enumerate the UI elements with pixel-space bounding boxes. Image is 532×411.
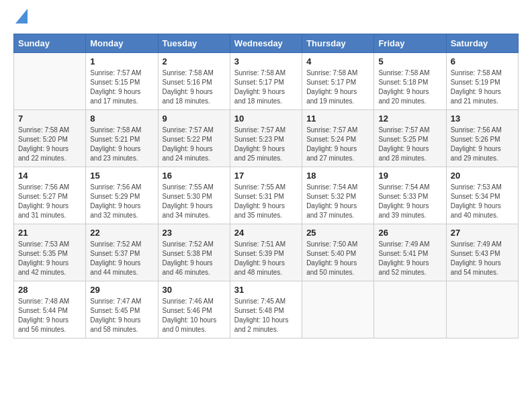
- day-info: Sunrise: 7:48 AMSunset: 5:44 PMDaylight:…: [18, 297, 81, 334]
- calendar-cell: 22Sunrise: 7:52 AMSunset: 5:37 PMDayligh…: [86, 224, 158, 281]
- calendar-cell: [446, 281, 518, 338]
- calendar-cell: 20Sunrise: 7:53 AMSunset: 5:34 PMDayligh…: [446, 167, 518, 224]
- day-number: 22: [90, 228, 153, 238]
- calendar-header-row: SundayMondayTuesdayWednesdayThursdayFrid…: [14, 34, 519, 52]
- svg-marker-0: [15, 9, 28, 24]
- column-header-sunday: Sunday: [14, 34, 86, 52]
- day-info: Sunrise: 7:52 AMSunset: 5:38 PMDaylight:…: [163, 240, 226, 277]
- day-number: 4: [306, 56, 369, 66]
- day-number: 19: [378, 171, 441, 181]
- day-number: 30: [163, 285, 226, 295]
- day-info: Sunrise: 7:52 AMSunset: 5:37 PMDaylight:…: [90, 240, 153, 277]
- day-number: 31: [234, 285, 298, 295]
- calendar-cell: [374, 281, 446, 338]
- calendar-cell: 24Sunrise: 7:51 AMSunset: 5:39 PMDayligh…: [230, 224, 302, 281]
- calendar-cell: 30Sunrise: 7:46 AMSunset: 5:46 PMDayligh…: [158, 281, 230, 338]
- day-number: 29: [90, 285, 153, 295]
- day-info: Sunrise: 7:55 AMSunset: 5:31 PMDaylight:…: [234, 183, 298, 220]
- calendar-cell: 5Sunrise: 7:58 AMSunset: 5:18 PMDaylight…: [374, 52, 446, 109]
- page-header: [13, 13, 519, 27]
- day-number: 10: [234, 113, 298, 124]
- day-number: 9: [163, 113, 226, 124]
- calendar-cell: [14, 52, 86, 109]
- day-info: Sunrise: 7:53 AMSunset: 5:35 PMDaylight:…: [18, 240, 81, 277]
- calendar-cell: 11Sunrise: 7:57 AMSunset: 5:24 PMDayligh…: [302, 109, 374, 167]
- calendar-cell: 13Sunrise: 7:56 AMSunset: 5:26 PMDayligh…: [446, 109, 518, 167]
- day-number: 2: [163, 56, 226, 66]
- calendar-cell: 3Sunrise: 7:58 AMSunset: 5:17 PMDaylight…: [230, 52, 302, 109]
- column-header-wednesday: Wednesday: [230, 34, 302, 52]
- day-info: Sunrise: 7:49 AMSunset: 5:41 PMDaylight:…: [378, 240, 441, 277]
- calendar-cell: 8Sunrise: 7:58 AMSunset: 5:21 PMDaylight…: [86, 109, 158, 167]
- day-number: 6: [451, 56, 514, 66]
- day-number: 5: [378, 56, 441, 66]
- day-number: 12: [378, 113, 441, 124]
- calendar-cell: 9Sunrise: 7:57 AMSunset: 5:22 PMDaylight…: [158, 109, 230, 167]
- calendar-cell: 21Sunrise: 7:53 AMSunset: 5:35 PMDayligh…: [14, 224, 86, 281]
- calendar-cell: 6Sunrise: 7:58 AMSunset: 5:19 PMDaylight…: [446, 52, 518, 109]
- day-info: Sunrise: 7:54 AMSunset: 5:33 PMDaylight:…: [378, 183, 441, 220]
- day-number: 1: [90, 56, 153, 66]
- day-number: 11: [306, 113, 369, 124]
- calendar-cell: 27Sunrise: 7:49 AMSunset: 5:43 PMDayligh…: [446, 224, 518, 281]
- day-info: Sunrise: 7:57 AMSunset: 5:23 PMDaylight:…: [234, 126, 298, 163]
- day-number: 21: [18, 228, 81, 238]
- calendar-cell: 18Sunrise: 7:54 AMSunset: 5:32 PMDayligh…: [302, 167, 374, 224]
- calendar-cell: 14Sunrise: 7:56 AMSunset: 5:27 PMDayligh…: [14, 167, 86, 224]
- day-number: 16: [163, 171, 226, 181]
- day-number: 23: [163, 228, 226, 238]
- calendar-cell: 16Sunrise: 7:55 AMSunset: 5:30 PMDayligh…: [158, 167, 230, 224]
- day-info: Sunrise: 7:58 AMSunset: 5:17 PMDaylight:…: [306, 68, 369, 106]
- day-number: 24: [234, 228, 298, 238]
- day-info: Sunrise: 7:58 AMSunset: 5:17 PMDaylight:…: [234, 68, 298, 106]
- day-info: Sunrise: 7:58 AMSunset: 5:20 PMDaylight:…: [18, 126, 81, 163]
- day-number: 20: [451, 171, 514, 181]
- day-info: Sunrise: 7:53 AMSunset: 5:34 PMDaylight:…: [451, 183, 514, 220]
- calendar-cell: 15Sunrise: 7:56 AMSunset: 5:29 PMDayligh…: [86, 167, 158, 224]
- column-header-friday: Friday: [374, 34, 446, 52]
- logo: [13, 13, 28, 27]
- calendar-cell: 28Sunrise: 7:48 AMSunset: 5:44 PMDayligh…: [14, 281, 86, 338]
- day-info: Sunrise: 7:57 AMSunset: 5:24 PMDaylight:…: [306, 126, 369, 163]
- calendar-week-row: 28Sunrise: 7:48 AMSunset: 5:44 PMDayligh…: [14, 281, 519, 338]
- column-header-saturday: Saturday: [446, 34, 518, 52]
- calendar-cell: [302, 281, 374, 338]
- day-number: 18: [306, 171, 369, 181]
- calendar-week-row: 14Sunrise: 7:56 AMSunset: 5:27 PMDayligh…: [14, 167, 519, 224]
- calendar-cell: 10Sunrise: 7:57 AMSunset: 5:23 PMDayligh…: [230, 109, 302, 167]
- day-info: Sunrise: 7:58 AMSunset: 5:18 PMDaylight:…: [378, 68, 441, 106]
- calendar-cell: 7Sunrise: 7:58 AMSunset: 5:20 PMDaylight…: [14, 109, 86, 167]
- day-info: Sunrise: 7:57 AMSunset: 5:25 PMDaylight:…: [378, 126, 441, 163]
- day-info: Sunrise: 7:47 AMSunset: 5:45 PMDaylight:…: [90, 297, 153, 334]
- column-header-tuesday: Tuesday: [158, 34, 230, 52]
- day-info: Sunrise: 7:57 AMSunset: 5:22 PMDaylight:…: [163, 126, 226, 163]
- calendar-cell: 17Sunrise: 7:55 AMSunset: 5:31 PMDayligh…: [230, 167, 302, 224]
- day-info: Sunrise: 7:56 AMSunset: 5:26 PMDaylight:…: [451, 126, 514, 163]
- day-number: 17: [234, 171, 298, 181]
- calendar-cell: 26Sunrise: 7:49 AMSunset: 5:41 PMDayligh…: [374, 224, 446, 281]
- day-number: 13: [451, 113, 514, 124]
- calendar-cell: 1Sunrise: 7:57 AMSunset: 5:15 PMDaylight…: [86, 52, 158, 109]
- day-info: Sunrise: 7:55 AMSunset: 5:30 PMDaylight:…: [163, 183, 226, 220]
- calendar-table: SundayMondayTuesdayWednesdayThursdayFrid…: [13, 34, 519, 338]
- day-number: 8: [90, 113, 153, 124]
- column-header-thursday: Thursday: [302, 34, 374, 52]
- day-number: 27: [451, 228, 514, 238]
- day-info: Sunrise: 7:54 AMSunset: 5:32 PMDaylight:…: [306, 183, 369, 220]
- calendar-week-row: 1Sunrise: 7:57 AMSunset: 5:15 PMDaylight…: [14, 52, 519, 109]
- day-info: Sunrise: 7:50 AMSunset: 5:40 PMDaylight:…: [306, 240, 369, 277]
- calendar-cell: 19Sunrise: 7:54 AMSunset: 5:33 PMDayligh…: [374, 167, 446, 224]
- day-info: Sunrise: 7:58 AMSunset: 5:19 PMDaylight:…: [451, 68, 514, 106]
- calendar-cell: 12Sunrise: 7:57 AMSunset: 5:25 PMDayligh…: [374, 109, 446, 167]
- day-number: 15: [90, 171, 153, 181]
- calendar-cell: 23Sunrise: 7:52 AMSunset: 5:38 PMDayligh…: [158, 224, 230, 281]
- day-info: Sunrise: 7:56 AMSunset: 5:27 PMDaylight:…: [18, 183, 81, 220]
- column-header-monday: Monday: [86, 34, 158, 52]
- calendar-cell: 4Sunrise: 7:58 AMSunset: 5:17 PMDaylight…: [302, 52, 374, 109]
- day-info: Sunrise: 7:49 AMSunset: 5:43 PMDaylight:…: [451, 240, 514, 277]
- day-number: 25: [306, 228, 369, 238]
- logo-triangle-icon: [15, 9, 28, 24]
- day-info: Sunrise: 7:58 AMSunset: 5:16 PMDaylight:…: [163, 68, 226, 106]
- day-number: 28: [18, 285, 81, 295]
- calendar-week-row: 7Sunrise: 7:58 AMSunset: 5:20 PMDaylight…: [14, 109, 519, 167]
